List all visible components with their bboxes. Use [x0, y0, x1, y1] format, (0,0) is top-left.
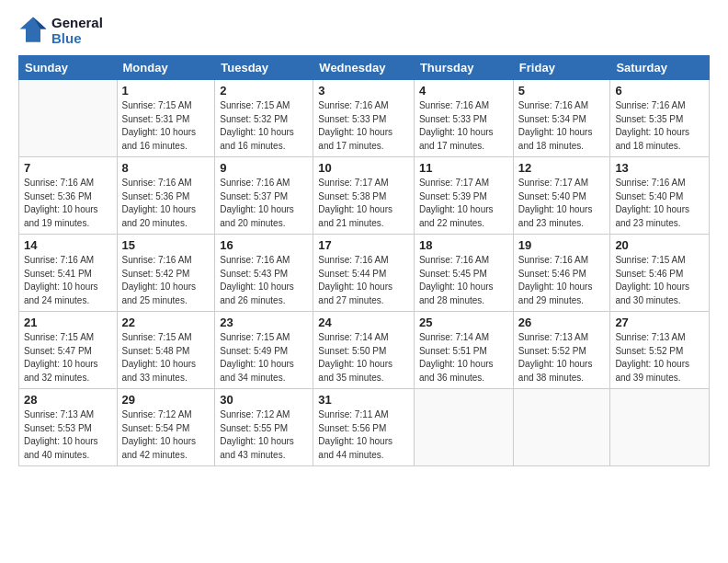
- day-info: Sunrise: 7:12 AM Sunset: 5:54 PM Dayligh…: [122, 408, 210, 462]
- day-info: Sunrise: 7:16 AM Sunset: 5:42 PM Dayligh…: [122, 254, 210, 307]
- day-info: Sunrise: 7:16 AM Sunset: 5:41 PM Dayligh…: [24, 254, 112, 307]
- day-number: 29: [122, 393, 210, 407]
- day-number: 10: [318, 161, 409, 175]
- day-number: 16: [220, 238, 308, 252]
- calendar-cell: 21Sunrise: 7:15 AM Sunset: 5:47 PM Dayli…: [19, 312, 118, 389]
- calendar-week-2: 7Sunrise: 7:16 AM Sunset: 5:36 PM Daylig…: [19, 157, 710, 235]
- day-info: Sunrise: 7:16 AM Sunset: 5:37 PM Dayligh…: [220, 177, 308, 230]
- day-info: Sunrise: 7:17 AM Sunset: 5:40 PM Dayligh…: [518, 177, 606, 230]
- day-number: 14: [24, 238, 112, 252]
- calendar-cell: 12Sunrise: 7:17 AM Sunset: 5:40 PM Dayli…: [513, 157, 610, 235]
- calendar-cell: 26Sunrise: 7:13 AM Sunset: 5:52 PM Dayli…: [513, 312, 610, 389]
- calendar-cell: 31Sunrise: 7:11 AM Sunset: 5:56 PM Dayli…: [313, 389, 415, 466]
- day-info: Sunrise: 7:15 AM Sunset: 5:32 PM Dayligh…: [220, 99, 308, 153]
- weekday-header-friday: Friday: [513, 56, 610, 80]
- day-number: 1: [122, 84, 210, 98]
- day-info: Sunrise: 7:14 AM Sunset: 5:51 PM Dayligh…: [419, 331, 508, 385]
- day-info: Sunrise: 7:17 AM Sunset: 5:39 PM Dayligh…: [419, 177, 508, 230]
- day-info: Sunrise: 7:16 AM Sunset: 5:34 PM Dayligh…: [518, 99, 606, 153]
- calendar-cell: 6Sunrise: 7:16 AM Sunset: 5:35 PM Daylig…: [610, 80, 710, 157]
- logo: General Blue: [18, 15, 103, 46]
- day-number: 24: [318, 316, 409, 329]
- day-number: 31: [318, 393, 409, 407]
- day-info: Sunrise: 7:14 AM Sunset: 5:50 PM Dayligh…: [318, 331, 409, 385]
- day-number: 21: [24, 316, 112, 329]
- page: General Blue SundayMondayTuesdayWednesda…: [0, 0, 728, 476]
- calendar-cell: 23Sunrise: 7:15 AM Sunset: 5:49 PM Dayli…: [215, 312, 313, 389]
- day-number: 27: [615, 316, 704, 329]
- day-number: 13: [615, 161, 704, 175]
- calendar-cell: 1Sunrise: 7:15 AM Sunset: 5:31 PM Daylig…: [117, 80, 215, 157]
- day-number: 2: [220, 84, 308, 98]
- calendar-cell: 22Sunrise: 7:15 AM Sunset: 5:48 PM Dayli…: [117, 312, 215, 389]
- calendar-cell: 8Sunrise: 7:16 AM Sunset: 5:36 PM Daylig…: [117, 157, 215, 235]
- calendar-cell: 10Sunrise: 7:17 AM Sunset: 5:38 PM Dayli…: [313, 157, 415, 235]
- weekday-header-thursday: Thursday: [414, 56, 513, 80]
- day-info: Sunrise: 7:16 AM Sunset: 5:33 PM Dayligh…: [318, 99, 409, 153]
- weekday-header-tuesday: Tuesday: [215, 56, 313, 80]
- day-info: Sunrise: 7:15 AM Sunset: 5:48 PM Dayligh…: [122, 331, 210, 385]
- day-number: 25: [419, 316, 508, 329]
- day-info: Sunrise: 7:16 AM Sunset: 5:44 PM Dayligh…: [318, 254, 409, 307]
- day-number: 17: [318, 238, 409, 252]
- weekday-header-row: SundayMondayTuesdayWednesdayThursdayFrid…: [19, 56, 710, 80]
- day-number: 22: [122, 316, 210, 329]
- calendar-cell: 24Sunrise: 7:14 AM Sunset: 5:50 PM Dayli…: [313, 312, 415, 389]
- calendar: SundayMondayTuesdayWednesdayThursdayFrid…: [18, 55, 710, 466]
- calendar-cell: 9Sunrise: 7:16 AM Sunset: 5:37 PM Daylig…: [215, 157, 313, 235]
- weekday-header-wednesday: Wednesday: [313, 56, 415, 80]
- calendar-cell: 25Sunrise: 7:14 AM Sunset: 5:51 PM Dayli…: [414, 312, 513, 389]
- calendar-cell: 13Sunrise: 7:16 AM Sunset: 5:40 PM Dayli…: [610, 157, 710, 235]
- day-info: Sunrise: 7:13 AM Sunset: 5:52 PM Dayligh…: [518, 331, 606, 385]
- calendar-cell: [610, 389, 710, 466]
- day-number: 26: [518, 316, 606, 329]
- calendar-cell: 18Sunrise: 7:16 AM Sunset: 5:45 PM Dayli…: [414, 235, 513, 312]
- day-number: 7: [24, 161, 112, 175]
- day-number: 28: [24, 393, 112, 407]
- day-info: Sunrise: 7:13 AM Sunset: 5:53 PM Dayligh…: [24, 408, 112, 462]
- calendar-cell: 29Sunrise: 7:12 AM Sunset: 5:54 PM Dayli…: [117, 389, 215, 466]
- calendar-cell: 19Sunrise: 7:16 AM Sunset: 5:46 PM Dayli…: [513, 235, 610, 312]
- day-info: Sunrise: 7:16 AM Sunset: 5:45 PM Dayligh…: [419, 254, 508, 307]
- calendar-cell: 3Sunrise: 7:16 AM Sunset: 5:33 PM Daylig…: [313, 80, 415, 157]
- day-number: 18: [419, 238, 508, 252]
- weekday-header-monday: Monday: [117, 56, 215, 80]
- calendar-cell: 15Sunrise: 7:16 AM Sunset: 5:42 PM Dayli…: [117, 235, 215, 312]
- day-number: 11: [419, 161, 508, 175]
- calendar-cell: 20Sunrise: 7:15 AM Sunset: 5:46 PM Dayli…: [610, 235, 710, 312]
- weekday-header-saturday: Saturday: [610, 56, 710, 80]
- day-info: Sunrise: 7:16 AM Sunset: 5:33 PM Dayligh…: [419, 99, 508, 153]
- day-number: 5: [518, 84, 606, 98]
- calendar-cell: 5Sunrise: 7:16 AM Sunset: 5:34 PM Daylig…: [513, 80, 610, 157]
- calendar-cell: [414, 389, 513, 466]
- day-info: Sunrise: 7:16 AM Sunset: 5:40 PM Dayligh…: [615, 177, 704, 230]
- day-number: 8: [122, 161, 210, 175]
- day-number: 6: [615, 84, 704, 98]
- day-info: Sunrise: 7:17 AM Sunset: 5:38 PM Dayligh…: [318, 177, 409, 230]
- calendar-cell: 28Sunrise: 7:13 AM Sunset: 5:53 PM Dayli…: [19, 389, 118, 466]
- day-number: 15: [122, 238, 210, 252]
- day-info: Sunrise: 7:15 AM Sunset: 5:46 PM Dayligh…: [615, 254, 704, 307]
- day-number: 4: [419, 84, 508, 98]
- day-info: Sunrise: 7:16 AM Sunset: 5:36 PM Dayligh…: [24, 177, 112, 230]
- day-number: 19: [518, 238, 606, 252]
- calendar-cell: 14Sunrise: 7:16 AM Sunset: 5:41 PM Dayli…: [19, 235, 118, 312]
- calendar-cell: [513, 389, 610, 466]
- calendar-cell: 30Sunrise: 7:12 AM Sunset: 5:55 PM Dayli…: [215, 389, 313, 466]
- day-info: Sunrise: 7:11 AM Sunset: 5:56 PM Dayligh…: [318, 408, 409, 462]
- calendar-cell: 4Sunrise: 7:16 AM Sunset: 5:33 PM Daylig…: [414, 80, 513, 157]
- header: General Blue: [18, 15, 710, 46]
- calendar-week-5: 28Sunrise: 7:13 AM Sunset: 5:53 PM Dayli…: [19, 389, 710, 466]
- logo-text: General Blue: [51, 15, 103, 46]
- day-number: 30: [220, 393, 308, 407]
- day-number: 23: [220, 316, 308, 329]
- day-number: 3: [318, 84, 409, 98]
- day-info: Sunrise: 7:13 AM Sunset: 5:52 PM Dayligh…: [615, 331, 704, 385]
- day-info: Sunrise: 7:16 AM Sunset: 5:43 PM Dayligh…: [220, 254, 308, 307]
- calendar-week-4: 21Sunrise: 7:15 AM Sunset: 5:47 PM Dayli…: [19, 312, 710, 389]
- day-info: Sunrise: 7:15 AM Sunset: 5:49 PM Dayligh…: [220, 331, 308, 385]
- day-info: Sunrise: 7:15 AM Sunset: 5:47 PM Dayligh…: [24, 331, 112, 385]
- calendar-cell: 27Sunrise: 7:13 AM Sunset: 5:52 PM Dayli…: [610, 312, 710, 389]
- logo-icon: [18, 16, 48, 45]
- day-info: Sunrise: 7:16 AM Sunset: 5:35 PM Dayligh…: [615, 99, 704, 153]
